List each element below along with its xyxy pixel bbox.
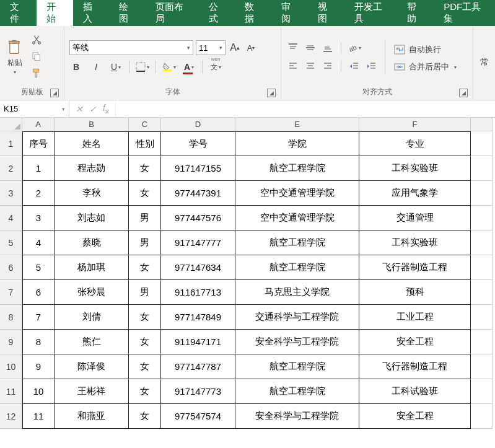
align-right-button[interactable]	[321, 59, 335, 73]
row-header[interactable]: 6	[0, 255, 22, 280]
cell[interactable]: 安全工程	[359, 404, 471, 429]
wrap-text-button[interactable]: ab自动换行	[392, 43, 459, 56]
cell[interactable]: 5	[22, 255, 55, 280]
cell[interactable]: 和燕亚	[55, 404, 129, 429]
alignment-dialog-launcher[interactable]: ◢	[459, 89, 468, 97]
cell[interactable]: 977447576	[161, 206, 235, 231]
cell[interactable]: 10	[22, 379, 55, 404]
cell[interactable]: 飞行器制造工程	[359, 354, 471, 379]
ribbon-tab-11[interactable]: PDF工具集	[434, 0, 495, 26]
cell[interactable]: 男	[129, 231, 161, 255]
column-header[interactable]: F	[359, 118, 471, 131]
ribbon-tab-9[interactable]: 开发工具	[344, 0, 398, 26]
phonetic-button[interactable]: wén文	[209, 60, 222, 74]
cell[interactable]: 程志勋	[55, 156, 129, 181]
ribbon-tab-1[interactable]: 开始	[37, 0, 73, 26]
row-header[interactable]: 12	[0, 404, 22, 429]
cell[interactable]: 977547574	[161, 404, 235, 429]
italic-button[interactable]: I	[89, 60, 103, 74]
column-header[interactable]: A	[22, 118, 55, 131]
cell[interactable]: 刘倩	[55, 305, 129, 330]
cell[interactable]: 女	[129, 354, 161, 379]
cell[interactable]: 917147155	[161, 156, 235, 181]
row-header[interactable]: 3	[0, 181, 22, 206]
cell[interactable]	[471, 330, 493, 354]
cell[interactable]: 7	[22, 305, 55, 330]
font-color-button[interactable]: A	[182, 60, 196, 74]
cell[interactable]: 女	[129, 330, 161, 354]
cell[interactable]: 安全科学与工程学院	[235, 404, 359, 429]
cell[interactable]: 工科试验班	[359, 379, 471, 404]
decrease-font-button[interactable]: A▾	[244, 41, 258, 55]
cell[interactable]: 男	[129, 206, 161, 231]
cell[interactable]: 6	[22, 280, 55, 305]
cell[interactable]: 977147634	[161, 255, 235, 280]
decrease-indent-button[interactable]	[348, 59, 361, 73]
underline-button[interactable]: U	[109, 60, 123, 74]
align-top-button[interactable]	[286, 41, 300, 55]
ribbon-tab-3[interactable]: 绘图	[109, 0, 146, 26]
clipboard-dialog-launcher[interactable]: ◢	[50, 89, 59, 97]
cell[interactable]: 977147849	[161, 305, 235, 330]
cell[interactable]: 马克思主义学院	[235, 280, 359, 305]
cell[interactable]: 空中交通管理学院	[235, 181, 359, 206]
cell[interactable]: 女	[129, 305, 161, 330]
align-left-button[interactable]	[286, 59, 300, 73]
orientation-button[interactable]: ab	[348, 41, 361, 55]
cell[interactable]: 航空工程学院	[235, 156, 359, 181]
cancel-formula-button[interactable]: ✕	[76, 104, 83, 114]
format-painter-button[interactable]	[31, 68, 42, 81]
cell[interactable]: 航空工程学院	[235, 354, 359, 379]
cell-header[interactable]: 学号	[161, 131, 235, 156]
column-header[interactable]	[471, 118, 493, 131]
cell[interactable]: 航空工程学院	[235, 255, 359, 280]
select-all-corner[interactable]	[0, 118, 22, 131]
cell[interactable]: 917147777	[161, 231, 235, 255]
cell[interactable]	[471, 231, 493, 255]
cell[interactable]: 男	[129, 280, 161, 305]
cell[interactable]: 8	[22, 330, 55, 354]
font-dialog-launcher[interactable]: ◢	[267, 89, 276, 97]
align-bottom-button[interactable]	[321, 41, 335, 55]
cell-header[interactable]: 性别	[129, 131, 161, 156]
ribbon-tab-5[interactable]: 公式	[199, 0, 235, 26]
cell[interactable]	[471, 404, 493, 429]
row-header[interactable]: 11	[0, 379, 22, 404]
font-name-combo[interactable]: 等线▾	[69, 40, 193, 55]
cell[interactable]: 蔡晓	[55, 231, 129, 255]
row-header[interactable]: 5	[0, 231, 22, 255]
bold-button[interactable]: B	[69, 60, 83, 74]
ribbon-tab-6[interactable]: 数据	[235, 0, 271, 26]
fx-button[interactable]: fx	[103, 103, 109, 115]
cell[interactable]: 女	[129, 379, 161, 404]
cell[interactable]	[471, 305, 493, 330]
row-header[interactable]: 4	[0, 206, 22, 231]
ribbon-tab-10[interactable]: 帮助	[397, 0, 434, 26]
cell[interactable]: 女	[129, 181, 161, 206]
cell[interactable]: 977147787	[161, 354, 235, 379]
cell[interactable]: 应用气象学	[359, 181, 471, 206]
row-header[interactable]: 2	[0, 156, 22, 181]
cell[interactable]: 11	[22, 404, 55, 429]
row-header[interactable]: 8	[0, 305, 22, 330]
cell[interactable]	[471, 255, 493, 280]
cell[interactable]: 1	[22, 156, 55, 181]
cell[interactable]: 熊仁	[55, 330, 129, 354]
ribbon-tab-8[interactable]: 视图	[308, 0, 344, 26]
cell[interactable]: 陈泽俊	[55, 354, 129, 379]
column-header[interactable]: B	[55, 118, 129, 131]
cell[interactable]	[471, 156, 493, 181]
copy-button[interactable]	[31, 51, 42, 64]
cell[interactable]: 李秋	[55, 181, 129, 206]
ribbon-tab-7[interactable]: 审阅	[271, 0, 308, 26]
ribbon-tab-2[interactable]: 插入	[73, 0, 110, 26]
cell[interactable]	[471, 379, 493, 404]
cell[interactable]	[471, 280, 493, 305]
row-header[interactable]: 7	[0, 280, 22, 305]
paste-button[interactable]: 粘贴 ▾	[5, 38, 25, 76]
cell[interactable]: 杨加琪	[55, 255, 129, 280]
cut-button[interactable]	[31, 34, 42, 47]
name-box[interactable]: K15▾	[0, 100, 69, 117]
cell[interactable]: 911617713	[161, 280, 235, 305]
column-header[interactable]: E	[235, 118, 359, 131]
